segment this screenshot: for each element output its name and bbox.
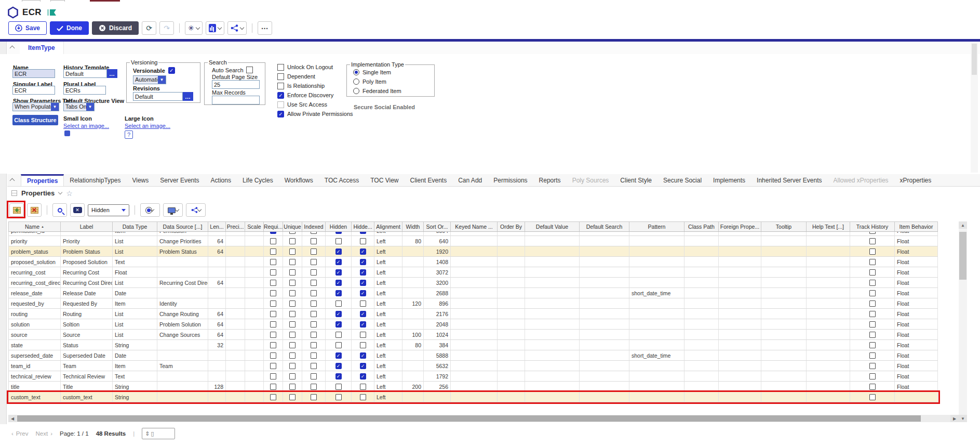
cell-name[interactable]: routing [9, 309, 61, 319]
enforce-discovery-checkbox[interactable]: ✓ [277, 92, 284, 99]
unique-checkbox[interactable] [289, 269, 296, 276]
cell-name[interactable]: release_date [9, 288, 61, 298]
tab-workflows[interactable]: Workflows [279, 174, 319, 186]
unique-checkbox[interactable] [289, 300, 296, 307]
cell-alignment[interactable]: Left [374, 232, 402, 236]
cell-width[interactable] [402, 319, 424, 330]
track_history-checkbox[interactable] [869, 232, 876, 234]
cell-default_value[interactable] [525, 278, 580, 288]
tab-relationshiptypes[interactable]: RelationshipTypes [64, 174, 126, 186]
cell-data_source[interactable]: Problem Solution [157, 319, 208, 330]
cell-tooltip[interactable] [761, 330, 807, 340]
cell-hidden2[interactable] [352, 382, 374, 392]
dependent-checkbox[interactable] [277, 73, 284, 80]
indexed-checkbox[interactable] [311, 363, 317, 369]
cell-help_text[interactable] [807, 246, 850, 257]
cell-foreign_property[interactable] [719, 267, 761, 278]
cell-label[interactable]: custom_text [61, 392, 113, 402]
hidden2-checkbox[interactable]: ✓ [360, 311, 366, 317]
table-row-title[interactable]: titleTitleString128Left200256Float [9, 382, 938, 392]
tab-client-events[interactable]: Client Events [404, 174, 452, 186]
column-header-precision[interactable]: Preci... [226, 222, 245, 232]
cell-scale[interactable] [245, 246, 264, 257]
cell-indexed[interactable] [302, 257, 326, 267]
required-checkbox[interactable] [270, 321, 276, 328]
cell-precision[interactable] [226, 246, 245, 257]
cell-data_type[interactable]: String [113, 392, 157, 402]
unique-checkbox[interactable] [289, 352, 296, 359]
cell-indexed[interactable] [302, 382, 326, 392]
cell-precision[interactable] [226, 232, 245, 236]
column-header-data_source[interactable]: Data Source [...] [157, 222, 208, 232]
cell-data_type[interactable]: Date [113, 350, 157, 361]
clear-search-button[interactable]: ✕ [70, 203, 85, 217]
cell-data_source[interactable]: Problem Status [157, 246, 208, 257]
cell-hidden[interactable]: ✓ [326, 361, 352, 371]
table-row-requested_by[interactable]: requested_byRequested ByItemIdentityLeft… [9, 298, 938, 309]
cell-tooltip[interactable] [761, 298, 807, 309]
unique-checkbox[interactable] [289, 280, 296, 286]
cell-scale[interactable] [245, 392, 264, 402]
hidden2-checkbox[interactable]: ✓ [360, 373, 366, 379]
cell-data_source[interactable]: Change Priorities [157, 236, 208, 246]
cell-sort_order[interactable]: 256 [424, 382, 451, 392]
hidden2-checkbox[interactable]: ✓ [360, 259, 366, 265]
cell-hidden2[interactable]: ✓ [352, 371, 374, 382]
cell-data_type[interactable]: Float [113, 267, 157, 278]
cell-keyed_name[interactable] [451, 371, 498, 382]
cell-required[interactable] [264, 298, 283, 309]
track_history-checkbox[interactable] [869, 332, 876, 338]
use-src-access-checkbox[interactable] [277, 101, 284, 108]
cell-data_type[interactable]: List [113, 309, 157, 319]
cell-keyed_name[interactable] [451, 288, 498, 298]
unique-checkbox[interactable] [289, 311, 296, 317]
more-actions-button[interactable]: ⋯ [258, 21, 272, 35]
cell-default_value[interactable] [525, 236, 580, 246]
cell-indexed[interactable] [302, 298, 326, 309]
cell-width[interactable] [402, 350, 424, 361]
cell-class_path[interactable] [684, 392, 719, 402]
cell-len[interactable] [208, 257, 226, 267]
cell-scale[interactable] [245, 298, 264, 309]
max-records-field[interactable] [212, 96, 260, 104]
cell-hidden[interactable]: ✓ [326, 371, 352, 382]
track_history-checkbox[interactable] [869, 384, 876, 390]
track_history-checkbox[interactable] [869, 280, 876, 286]
cell-indexed[interactable] [302, 371, 326, 382]
cell-precision[interactable] [226, 392, 245, 402]
cell-indexed[interactable] [302, 361, 326, 371]
cell-width[interactable] [402, 392, 424, 402]
cell-len[interactable] [208, 232, 226, 236]
cell-label[interactable]: Status [61, 340, 113, 350]
cell-hidden2[interactable] [352, 392, 374, 402]
discard-button[interactable]: Discard [92, 21, 139, 35]
indexed-checkbox[interactable] [311, 259, 317, 265]
cell-class_path[interactable] [684, 257, 719, 267]
hidden-columns-select[interactable]: Hidden [88, 204, 129, 216]
cell-track_history[interactable] [850, 278, 895, 288]
track_history-checkbox[interactable] [869, 394, 876, 400]
cell-unique[interactable] [283, 257, 302, 267]
singular-label-field[interactable] [12, 86, 55, 95]
tab-xproperties[interactable]: xProperties [894, 174, 937, 186]
cell-required[interactable] [264, 350, 283, 361]
table-row-recurring_cost[interactable]: recurring_costRecurring CostFloat✓✓Left3… [9, 267, 938, 278]
cell-default_search[interactable] [580, 298, 629, 309]
cell-tooltip[interactable] [761, 392, 807, 402]
tab-allowed-xproperties[interactable]: Allowed xProperties [828, 174, 894, 186]
cell-tooltip[interactable] [761, 309, 807, 319]
cell-name[interactable]: proposed_solution [9, 257, 61, 267]
cell-scale[interactable] [245, 361, 264, 371]
cell-indexed[interactable] [302, 340, 326, 350]
cell-label[interactable]: Recurring Cost Direc... [61, 278, 113, 288]
hidden-checkbox[interactable] [335, 332, 342, 338]
cell-indexed[interactable] [302, 267, 326, 278]
cell-unique[interactable] [283, 232, 302, 236]
reports-button[interactable] [206, 21, 224, 35]
cell-sort_order[interactable]: 1024 [424, 330, 451, 340]
tab-client-style[interactable]: Client Style [614, 174, 657, 186]
cell-len[interactable]: 64 [208, 246, 226, 257]
cell-foreign_property[interactable] [719, 246, 761, 257]
required-checkbox[interactable] [270, 394, 276, 400]
cell-help_text[interactable] [807, 288, 850, 298]
